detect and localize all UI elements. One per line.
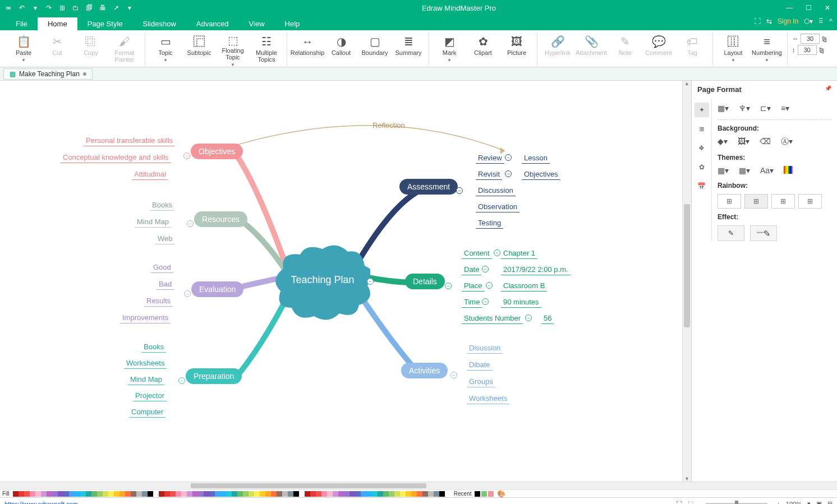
- color-swatch[interactable]: [271, 491, 277, 497]
- leaf[interactable]: Place: [462, 280, 485, 292]
- rainbow-opt-1[interactable]: ⊞: [718, 194, 741, 209]
- leaf[interactable]: Content: [462, 248, 492, 259]
- leaf[interactable]: Good: [151, 262, 173, 273]
- leaf[interactable]: Time: [462, 297, 482, 308]
- color-swatch[interactable]: [187, 491, 192, 497]
- scroll-up-icon[interactable]: ▲: [683, 81, 691, 86]
- expand-dot-icon[interactable]: −: [505, 170, 512, 177]
- color-swatch[interactable]: [30, 491, 35, 497]
- status-url[interactable]: https://www.edrawsoft.com: [4, 501, 78, 505]
- color-swatch[interactable]: [361, 491, 366, 497]
- rainbow-opt-3[interactable]: ⊞: [771, 194, 795, 209]
- color-swatch[interactable]: [406, 491, 411, 497]
- scroll-down-icon[interactable]: ▼: [683, 476, 691, 482]
- ribbon-multiple-topics-button[interactable]: ☷Multiple Topics: [251, 33, 282, 66]
- expand-dot-icon[interactable]: −: [184, 290, 191, 297]
- color-swatch[interactable]: [215, 491, 220, 497]
- color-swatch[interactable]: [69, 491, 75, 497]
- leaf[interactable]: Computer: [129, 406, 165, 418]
- ribbon-relationship-button[interactable]: ↔Relationship: [292, 33, 323, 66]
- color-swatch[interactable]: [35, 491, 41, 497]
- effect-sketch[interactable]: 〰✎: [750, 225, 777, 241]
- expand-dot-icon[interactable]: −: [450, 372, 457, 378]
- color-swatch[interactable]: [119, 491, 125, 497]
- ribbon-boundary-button[interactable]: ▢Boundary: [359, 33, 390, 66]
- vertical-scrollbar[interactable]: ▲ ▼: [682, 81, 691, 482]
- panel-tab-iconset-icon[interactable]: ❖: [695, 141, 709, 155]
- color-swatch[interactable]: [288, 491, 293, 497]
- fit-width-icon[interactable]: ⬚: [688, 500, 693, 504]
- color-swatch[interactable]: [86, 491, 91, 497]
- leaf[interactable]: 56: [541, 313, 554, 324]
- fullscreen-icon[interactable]: ⛶: [754, 17, 761, 25]
- color-swatch[interactable]: [355, 491, 361, 497]
- height-stepper[interactable]: 30: [798, 45, 817, 55]
- expand-dot-icon[interactable]: −: [494, 249, 500, 256]
- document-tab[interactable]: ▦ Make Teaching Plan: [3, 68, 93, 80]
- stepper-arrows-icon[interactable]: ⧎: [819, 47, 824, 54]
- rainbow-opt-4[interactable]: ⊞: [798, 194, 822, 209]
- print-icon[interactable]: 🖶: [98, 4, 108, 12]
- presentation-mode-icon[interactable]: ▣: [816, 500, 822, 504]
- ribbon-paste-button[interactable]: 📋Paste▼: [8, 33, 39, 66]
- color-swatch[interactable]: [226, 491, 232, 497]
- color-swatch[interactable]: [338, 491, 344, 497]
- leaf[interactable]: Conceptual knowledge and skills: [61, 152, 171, 163]
- color-swatch[interactable]: [148, 491, 153, 497]
- leaf[interactable]: Classroom B: [501, 280, 547, 292]
- color-swatch[interactable]: [232, 491, 237, 497]
- recent-swatch[interactable]: [488, 491, 494, 497]
- ribbon-hyperlink-button[interactable]: 🔗Hyperlink: [542, 33, 573, 66]
- spacing-icon[interactable]: ≡▾: [781, 104, 789, 113]
- color-swatch[interactable]: [91, 491, 97, 497]
- color-swatch[interactable]: [181, 491, 187, 497]
- color-swatch[interactable]: [439, 491, 445, 497]
- color-swatch[interactable]: [170, 491, 176, 497]
- open-icon[interactable]: 🗀: [71, 4, 81, 12]
- zoom-drop-icon[interactable]: ▾: [807, 500, 811, 504]
- node-preparation[interactable]: Preparation: [186, 368, 242, 384]
- expand-dot-icon[interactable]: −: [525, 315, 532, 321]
- color-swatch[interactable]: [13, 491, 19, 497]
- ribbon-tag-button[interactable]: 🏷Tag: [677, 33, 708, 66]
- canvas-area[interactable]: Reflection Teaching Plan − Objectives − …: [0, 81, 682, 482]
- color-swatch[interactable]: [366, 491, 372, 497]
- leaf[interactable]: Improvements: [120, 312, 171, 323]
- color-swatch[interactable]: [243, 491, 249, 497]
- color-swatch[interactable]: [131, 491, 136, 497]
- color-swatch[interactable]: [108, 491, 114, 497]
- color-swatch[interactable]: [249, 491, 254, 497]
- leaf[interactable]: Bad: [157, 279, 174, 290]
- leaf[interactable]: Projector: [133, 390, 167, 401]
- ribbon-summary-button[interactable]: ≣Summary: [393, 33, 424, 66]
- zoom-value[interactable]: 100%: [786, 501, 802, 505]
- color-swatch[interactable]: [282, 491, 288, 497]
- ribbon-picture-button[interactable]: 🖼Picture: [501, 33, 532, 66]
- minimize-button[interactable]: —: [783, 4, 795, 12]
- node-activities[interactable]: Activities: [401, 363, 448, 378]
- new-icon[interactable]: ⊞: [57, 4, 67, 12]
- color-swatch[interactable]: [383, 491, 389, 497]
- maximize-button[interactable]: ☐: [802, 4, 815, 12]
- color-swatch[interactable]: [41, 491, 47, 497]
- leaf[interactable]: Observation: [476, 201, 519, 212]
- color-swatch[interactable]: [63, 491, 69, 497]
- leaf[interactable]: Books: [141, 341, 166, 353]
- leaf[interactable]: 90 minutes: [501, 297, 541, 308]
- ribbon-comment-button[interactable]: 💬Comment: [643, 33, 674, 66]
- color-swatch[interactable]: [344, 491, 349, 497]
- expand-dot-icon[interactable]: −: [183, 152, 190, 159]
- leaf[interactable]: Personal transferable skills: [84, 135, 175, 146]
- color-swatch[interactable]: [305, 491, 310, 497]
- ribbon-cut-button[interactable]: ✂Cut: [42, 33, 73, 66]
- color-swatch[interactable]: [389, 491, 394, 497]
- leaf[interactable]: Worksheets: [467, 393, 509, 404]
- connect-style-icon[interactable]: ⊏▾: [760, 104, 771, 113]
- fit-page-icon[interactable]: ⛶: [676, 501, 682, 505]
- theme-rainbow-icon[interactable]: [784, 166, 793, 174]
- pin-icon[interactable]: 📌: [825, 85, 831, 94]
- scroll-thumb[interactable]: [684, 204, 690, 327]
- color-swatch[interactable]: [114, 491, 119, 497]
- tab-home[interactable]: Home: [38, 17, 77, 30]
- ribbon-note-button[interactable]: ✎Note: [609, 33, 641, 66]
